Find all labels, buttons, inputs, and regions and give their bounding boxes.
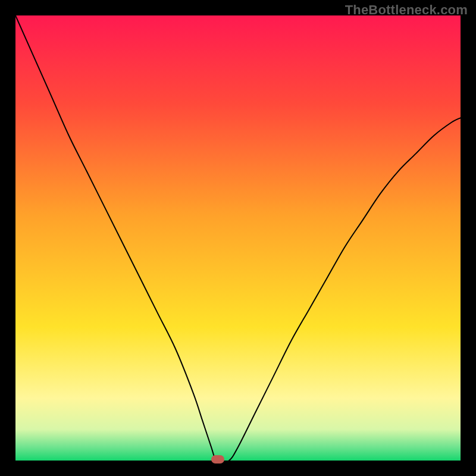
optimal-point-marker	[211, 455, 224, 464]
chart-svg	[15, 15, 461, 461]
plot-area	[15, 15, 461, 461]
chart-background	[15, 15, 461, 461]
chart-frame: TheBottleneck.com	[0, 0, 476, 476]
